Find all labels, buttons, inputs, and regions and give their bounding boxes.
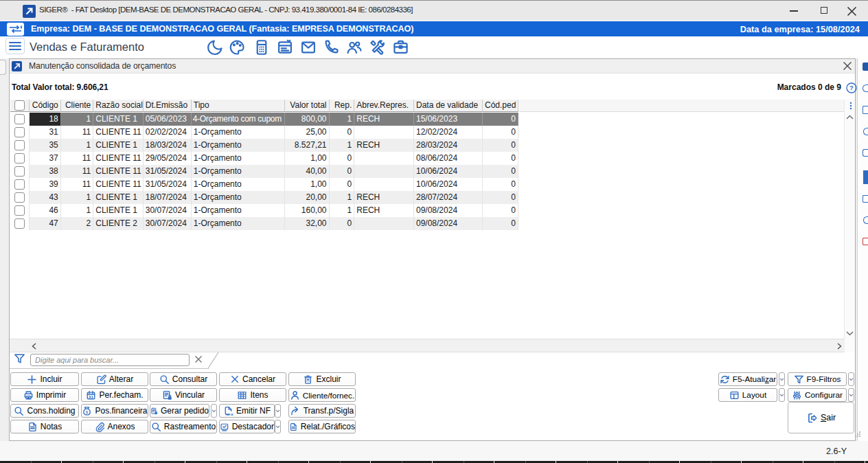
svg-text:NF-E: NF-E: [227, 412, 233, 416]
svg-text:$: $: [86, 409, 89, 414]
svg-text:?: ?: [849, 84, 854, 91]
svg-text:31: 31: [89, 394, 94, 398]
